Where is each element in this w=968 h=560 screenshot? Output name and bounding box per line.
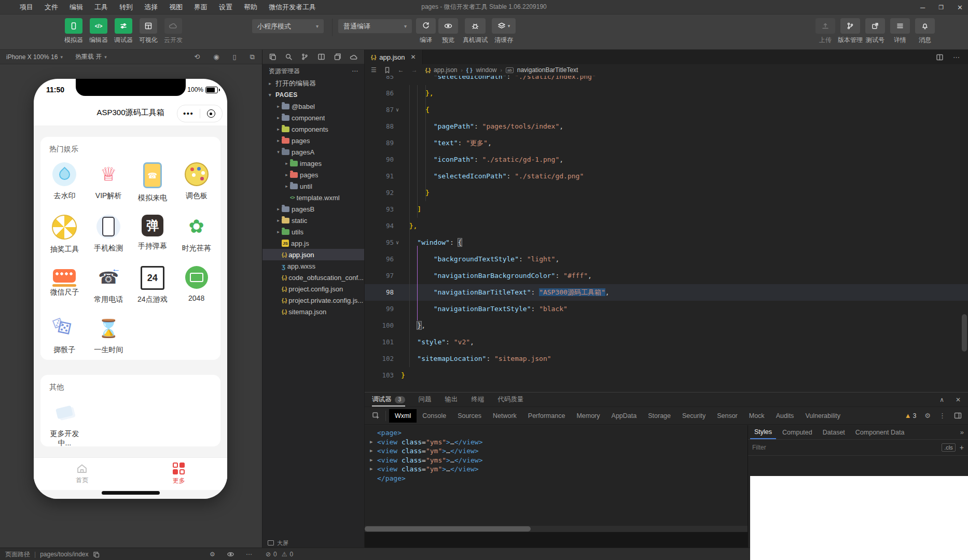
debugger-button[interactable]: 调试器 xyxy=(111,18,136,45)
close-panel-icon[interactable]: ✕ xyxy=(956,396,961,403)
styles-tab-dataset[interactable]: Dataset xyxy=(819,426,849,439)
forward-icon[interactable]: → xyxy=(411,66,418,74)
tool-item[interactable]: 手机检测 xyxy=(87,215,131,254)
version-manage-button[interactable]: 版本管理 xyxy=(839,18,861,45)
close-tab-icon[interactable]: ✕ xyxy=(411,53,416,61)
devtools-tab-mock[interactable]: Mock xyxy=(743,409,770,423)
wxml-node[interactable]: </page> xyxy=(370,474,748,483)
tree-item[interactable]: {..}project.private.config.js... xyxy=(262,295,364,306)
warning-count[interactable]: ▲3 xyxy=(905,412,917,419)
eye-icon[interactable] xyxy=(227,551,234,557)
tree-item[interactable]: ʒapp.wxss xyxy=(262,260,364,272)
wxml-node[interactable]: ▶<view class="yms">…</view> xyxy=(370,456,748,465)
tree-item[interactable]: ▸utils xyxy=(262,226,364,237)
collapse-panel-icon[interactable]: ∧ xyxy=(939,396,944,403)
tree-item[interactable]: ▸pages xyxy=(262,169,364,180)
tab-overflow-icon[interactable]: » xyxy=(960,428,964,436)
tree-item[interactable]: ▸component xyxy=(262,112,364,123)
record-icon[interactable]: ◉ xyxy=(213,53,219,61)
tree-item[interactable]: ▸pages xyxy=(262,135,364,146)
restart-icon[interactable]: ⟲ xyxy=(194,53,200,61)
settings-gear-icon[interactable]: ⚙ xyxy=(210,551,215,558)
tree-item[interactable]: ▸@babel xyxy=(262,101,364,112)
clear-cache-button[interactable]: ▾ 清缓存 xyxy=(491,18,517,45)
editor-scrollbar[interactable] xyxy=(962,314,967,352)
tree-item[interactable]: ▸components xyxy=(262,123,364,135)
tree-item[interactable]: JSapp.js xyxy=(262,237,364,249)
fold-icon[interactable]: ∨ xyxy=(394,102,401,118)
inspect-element-icon[interactable] xyxy=(372,411,386,421)
outline-icon[interactable]: ☰ xyxy=(371,66,377,74)
menu-item[interactable]: 选择 xyxy=(144,3,158,12)
devtools-tab-network[interactable]: Network xyxy=(487,409,522,423)
menu-item[interactable]: 编辑 xyxy=(70,3,83,12)
tab-app-json[interactable]: {..} app.json ✕ xyxy=(365,50,423,64)
wxml-node[interactable]: ▶<view class="ym">…</view> xyxy=(370,446,748,456)
editor-button[interactable]: </> 编辑器 xyxy=(86,18,111,45)
menu-item[interactable]: 视图 xyxy=(169,3,183,12)
devtools-tab-vulnerability[interactable]: Vulnerability xyxy=(799,409,846,423)
tab-home[interactable]: 首页 xyxy=(34,458,131,490)
tool-item[interactable]: 抽奖工具 xyxy=(43,215,87,254)
tree-item[interactable]: {..}app.json xyxy=(262,249,364,260)
tool-item[interactable]: ⚄掷骰子 xyxy=(43,316,87,354)
tool-item[interactable]: 更多开发中... xyxy=(43,400,87,447)
tree-item[interactable]: ▾PAGES xyxy=(262,89,364,101)
expand-icon[interactable]: ▶ xyxy=(370,456,372,465)
bookmark-icon[interactable] xyxy=(384,66,391,74)
devtools-tab-wxml[interactable]: Wxml xyxy=(389,409,417,423)
preview-button[interactable]: 预览 xyxy=(437,18,459,45)
styles-filter-input[interactable]: Filter xyxy=(752,444,937,451)
tool-item[interactable]: 去水印 xyxy=(43,162,87,202)
debugger-tab[interactable]: 输出 xyxy=(445,393,458,407)
menu-item[interactable]: 帮助 xyxy=(244,3,257,12)
device-select[interactable]: iPhone X 100% 16▾ xyxy=(0,53,69,61)
debugger-tab[interactable]: 调试器3 xyxy=(372,393,405,407)
minimize-icon[interactable]: ─ xyxy=(920,4,925,11)
devtools-tab-performance[interactable]: Performance xyxy=(522,409,571,423)
devtools-tab-appdata[interactable]: AppData xyxy=(606,409,643,423)
kebab-menu-icon[interactable]: ⋮ xyxy=(939,412,946,419)
back-icon[interactable]: ← xyxy=(398,66,404,74)
tree-item[interactable]: ▾pagesA xyxy=(262,146,364,158)
devtools-tab-memory[interactable]: Memory xyxy=(571,409,605,423)
debugger-tab[interactable]: 问题 xyxy=(419,393,432,407)
exit-target-icon[interactable] xyxy=(200,109,223,118)
tool-item[interactable]: 调色板 xyxy=(174,162,218,202)
styles-tab-component-data[interactable]: Component Data xyxy=(851,426,909,439)
tool-item[interactable]: ☎模拟来电 xyxy=(131,162,175,202)
tool-item[interactable]: 微信尺子 xyxy=(43,266,87,304)
upload-button[interactable]: 上传 xyxy=(814,18,836,45)
details-button[interactable]: 详情 xyxy=(889,18,911,45)
styles-tab-styles[interactable]: Styles xyxy=(750,426,776,439)
tree-item[interactable]: {..}sitemap.json xyxy=(262,306,364,317)
tree-item[interactable]: <>template.wxml xyxy=(262,192,364,203)
code-editor[interactable]: 85"selectedIconPath": "./static/index.pn… xyxy=(365,76,968,392)
more-icon[interactable]: ⋯ xyxy=(953,53,960,61)
tool-item[interactable]: ✿时光荏苒 xyxy=(174,215,218,254)
multi-window-icon[interactable]: ⧉ xyxy=(250,53,255,61)
menu-item[interactable]: 转到 xyxy=(119,3,133,12)
visualize-button[interactable]: 可视化 xyxy=(136,18,161,45)
devtools-tab-console[interactable]: Console xyxy=(417,409,452,423)
search-icon[interactable] xyxy=(285,53,293,61)
close-icon[interactable]: ✕ xyxy=(957,4,963,11)
maximize-icon[interactable]: ❐ xyxy=(938,4,944,11)
expand-icon[interactable]: ▶ xyxy=(370,438,372,447)
more-dots-icon[interactable]: ••• xyxy=(177,111,200,116)
tree-item[interactable]: ▸打开的编辑器 xyxy=(262,78,364,89)
debugger-tab[interactable]: 代码质量 xyxy=(498,393,524,407)
wxml-node[interactable]: ▶<view class="yms">…</view> xyxy=(370,438,748,447)
devtools-tab-storage[interactable]: Storage xyxy=(642,409,676,423)
wxml-hscrollbar[interactable] xyxy=(365,526,748,532)
messages-button[interactable]: 消息 xyxy=(914,18,936,45)
add-style-icon[interactable]: + xyxy=(960,443,964,452)
big-screen-toggle[interactable]: 大屏 xyxy=(262,538,364,548)
menu-item[interactable]: 文件 xyxy=(45,3,58,12)
more-icon[interactable]: ⋯ xyxy=(246,551,252,558)
tab-more[interactable]: 更多 xyxy=(131,458,228,490)
file-stack-icon[interactable] xyxy=(334,53,341,61)
devtools-tab-security[interactable]: Security xyxy=(676,409,711,423)
tree-item[interactable]: ▸pagesB xyxy=(262,203,364,215)
breadcrumb[interactable]: ☰ ← → {..} app.json › { } window › ab na… xyxy=(365,64,968,76)
